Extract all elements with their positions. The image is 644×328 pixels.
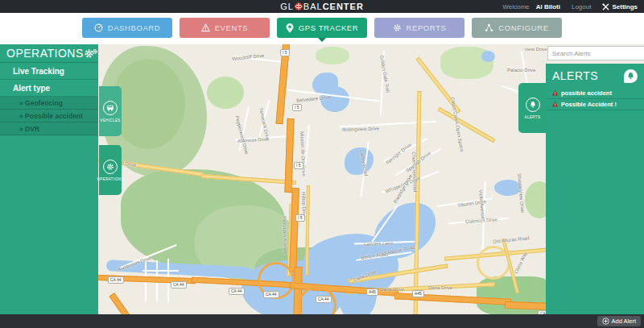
road-shield: A45 (366, 289, 378, 296)
alert-warning-icon (552, 90, 558, 96)
sidebar-subitem-possible-accident[interactable]: » Possible accident (0, 110, 98, 122)
bottom-bar: Add Alert (0, 314, 644, 328)
logo-text-mid: BAL (303, 2, 323, 11)
settings-link[interactable]: Settings (602, 3, 638, 10)
alerts-map-button[interactable]: ALERTS (518, 83, 547, 133)
street-label: Palacio Drive (507, 68, 535, 73)
operations-panel-header: OPERATIONS (0, 44, 98, 63)
map-marker-icon (286, 23, 294, 33)
content-area: Woodcliff DriveBelvedere DriveTamarack D… (0, 44, 644, 314)
alerts-panel-header: ALERTS (546, 64, 644, 88)
road-shield: I 5 (280, 49, 290, 56)
street-label: Pepperwood Drive (234, 115, 250, 155)
operations-panel-title: OPERATIONS (6, 47, 84, 60)
username: Al Biloti (536, 3, 560, 10)
road-shield: I 5 (295, 214, 305, 222)
plus-circle-icon (602, 318, 609, 325)
vehicles-map-button[interactable]: VEHICLES (99, 86, 122, 136)
street-label: Dana Drive (380, 287, 404, 292)
street-label: Dana Drive (428, 285, 452, 290)
gear-icon (103, 160, 118, 174)
share-nodes-icon (485, 23, 493, 32)
bell-bubble-icon (624, 69, 638, 83)
road-shield: A45 (412, 290, 424, 297)
alert-list-item[interactable]: Possible Accident ! (546, 99, 644, 110)
tab-gps-tracker[interactable]: GPS TRACKER (277, 18, 367, 38)
operations-sidebar: OPERATIONS Live Tracking Alert type » Ge… (0, 44, 98, 314)
street-label: Rollingview Drive (342, 126, 379, 132)
tab-reports[interactable]: REPORTS (374, 18, 464, 38)
gears-icon[interactable] (84, 48, 98, 59)
sidebar-subitem-dvr[interactable]: » DVR (0, 122, 98, 135)
top-bar: GL BAL CENTER Welcome Al Biloti Logout S… (0, 0, 644, 13)
alert-list-item[interactable]: possible accident (546, 88, 644, 99)
alerts-panel-title: ALERTS (552, 69, 598, 82)
app-logo: GL BAL CENTER (280, 2, 364, 11)
street-label: Alamosa Drive (237, 136, 269, 143)
logout-link[interactable]: Logout (572, 3, 591, 10)
welcome-text: Welcome Al Biloti (502, 3, 560, 10)
sidebar-item-alert-type[interactable]: Alert type (0, 80, 98, 97)
operations-map-button[interactable]: OPERATIONS (99, 145, 122, 195)
road-shield: CA 44 (229, 288, 245, 295)
street-label: view Drive (525, 47, 547, 52)
sidebar-item-live-tracking[interactable]: Live Tracking (0, 63, 98, 80)
street-label: Lancers Lane (364, 241, 394, 247)
bell-icon (526, 98, 540, 112)
gear-icon (393, 23, 402, 32)
globe-icon (295, 2, 303, 10)
warning-triangle-icon (201, 23, 210, 32)
road-shield: I 5 (292, 104, 302, 111)
add-alert-button[interactable]: Add Alert (597, 316, 641, 326)
road-shield: I 5 (294, 162, 303, 169)
road-shield: CA 44 (108, 276, 124, 284)
alerts-sidebar: ALERTS possible accident (546, 44, 644, 314)
street-label: Old Alturas Road (493, 235, 530, 244)
search-alerts-input[interactable] (547, 46, 644, 60)
alert-warning-icon (552, 102, 558, 107)
main-nav: DASHBOARD EVENTS GPS TRACKER REPORTS CON… (0, 13, 644, 44)
logo-text-prefix: GL (280, 2, 294, 11)
road-shield: CA 44 (316, 296, 332, 303)
street-label: Springer Drive (385, 142, 412, 164)
road-shield: CA 44 (171, 281, 187, 289)
road-shield: CA 44 (263, 291, 279, 298)
sidebar-subitem-geofencing[interactable]: » Geofencing (0, 97, 98, 110)
logo-text-bold: CENTER (323, 2, 364, 11)
bus-icon (103, 101, 118, 115)
tab-configure[interactable]: CONFIGURE (472, 18, 562, 38)
gauge-icon (94, 23, 103, 32)
wrench-icon (602, 3, 609, 10)
tab-dashboard[interactable]: DASHBOARD (82, 18, 172, 38)
alerts-panel: ALERTS possible accident (546, 64, 644, 314)
tab-events[interactable]: EVENTS (180, 18, 270, 38)
street-label: Shasta View Drive (517, 173, 525, 213)
